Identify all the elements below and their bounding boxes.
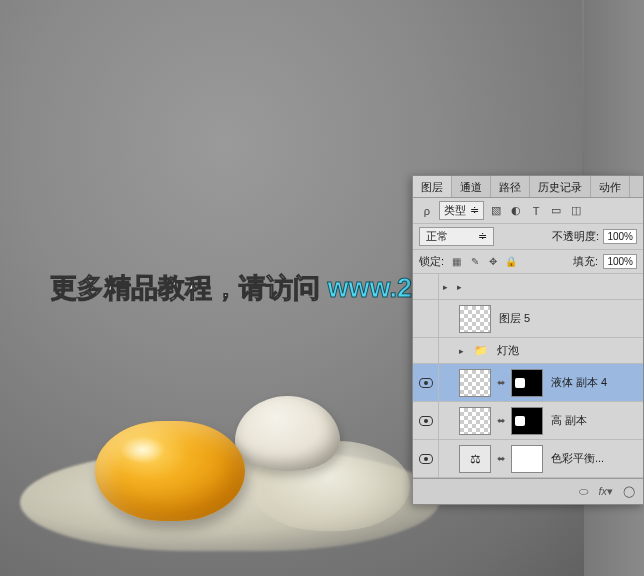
visibility-toggle[interactable] — [413, 364, 439, 401]
lock-label: 锁定: — [419, 254, 444, 269]
lock-row: 锁定: ▦ ✎ ✥ 🔒 填充: 100% — [413, 250, 643, 274]
filter-adjust-icon[interactable]: ◐ — [508, 203, 524, 219]
tab-actions[interactable]: 动作 — [591, 176, 630, 197]
layer-thumbnail[interactable] — [459, 407, 491, 435]
layer-name[interactable]: 高 副本 — [551, 413, 587, 428]
layer-name[interactable]: 液体 副本 4 — [551, 375, 607, 390]
mask-link-icon[interactable]: ⬌ — [495, 415, 507, 426]
blend-row: 正常 ≑ 不透明度: 100% — [413, 224, 643, 250]
layer-row-group-parent[interactable]: ▸ ▸ — [413, 274, 643, 300]
layer-name[interactable]: 色彩平衡... — [551, 451, 604, 466]
filter-type-select[interactable]: 类型 ≑ — [439, 201, 484, 220]
filter-smart-icon[interactable]: ◫ — [568, 203, 584, 219]
blend-mode-value: 正常 — [426, 229, 448, 244]
fill-label: 填充: — [573, 254, 598, 269]
filter-type-icon[interactable]: T — [528, 203, 544, 219]
visibility-toggle[interactable] — [413, 338, 439, 363]
visibility-toggle[interactable] — [413, 300, 439, 337]
layer-list: ▸ ▸ 图层 5 ▸ 📁 灯泡 — [413, 274, 643, 478]
mask-link-icon[interactable]: ⬌ — [495, 453, 507, 464]
eye-icon — [419, 454, 433, 464]
lock-position-icon[interactable]: ✥ — [485, 254, 500, 269]
fx-icon[interactable]: fx▾ — [598, 485, 613, 498]
filter-row: ρ 类型 ≑ ▧ ◐ T ▭ ◫ — [413, 198, 643, 224]
search-icon: ρ — [419, 203, 435, 219]
layer-row-group[interactable]: ▸ 📁 灯泡 — [413, 338, 643, 364]
tab-layers[interactable]: 图层 — [413, 176, 452, 197]
chevron-down-icon: ≑ — [470, 204, 479, 217]
mask-link-icon[interactable]: ⬌ — [495, 377, 507, 388]
mask-thumbnail[interactable] — [511, 445, 543, 473]
layer-name[interactable]: 图层 5 — [499, 311, 530, 326]
layer-row-adjustment[interactable]: ⚖ ⬌ 色彩平衡... — [413, 440, 643, 478]
layer-thumbnail[interactable] — [459, 305, 491, 333]
eye-icon — [419, 416, 433, 426]
lock-paint-icon[interactable]: ✎ — [467, 254, 482, 269]
watermark-label: 更多精品教程，请访问 — [50, 273, 328, 303]
egg-illustration — [20, 381, 440, 561]
egg-shell — [235, 396, 340, 471]
twisty-icon[interactable]: ▸ — [443, 282, 453, 292]
layer-row[interactable]: ⬌ 高 副本 — [413, 402, 643, 440]
lock-icons: ▦ ✎ ✥ 🔒 — [449, 254, 518, 269]
filter-shape-icon[interactable]: ▭ — [548, 203, 564, 219]
opacity-label: 不透明度: — [552, 229, 599, 244]
twisty-icon[interactable]: ▸ — [457, 282, 467, 292]
egg-yolk — [95, 421, 245, 521]
filter-pixel-icon[interactable]: ▧ — [488, 203, 504, 219]
eye-icon — [419, 378, 433, 388]
add-mask-icon[interactable]: ◯ — [623, 485, 635, 498]
tab-history[interactable]: 历史记录 — [530, 176, 591, 197]
mask-thumbnail[interactable] — [511, 369, 543, 397]
link-layers-icon[interactable]: ⬭ — [579, 485, 588, 498]
panel-bottom-toolbar: ⬭ fx▾ ◯ — [413, 478, 643, 504]
layer-row[interactable]: 图层 5 — [413, 300, 643, 338]
folder-icon: 📁 — [473, 343, 489, 359]
filter-label: 类型 — [444, 203, 466, 218]
adjustment-thumbnail[interactable]: ⚖ — [459, 445, 491, 473]
layers-panel: 图层 通道 路径 历史记录 动作 ρ 类型 ≑ ▧ ◐ T ▭ ◫ 正常 ≑ 不… — [412, 175, 644, 505]
blend-mode-select[interactable]: 正常 ≑ — [419, 227, 494, 246]
fill-input[interactable]: 100% — [603, 254, 637, 269]
opacity-input[interactable]: 100% — [603, 229, 637, 244]
panel-tabs: 图层 通道 路径 历史记录 动作 — [413, 176, 643, 198]
lock-transparent-icon[interactable]: ▦ — [449, 254, 464, 269]
visibility-toggle[interactable] — [413, 402, 439, 439]
tab-paths[interactable]: 路径 — [491, 176, 530, 197]
chevron-down-icon: ≑ — [478, 230, 487, 243]
mask-thumbnail[interactable] — [511, 407, 543, 435]
layer-name[interactable]: 灯泡 — [497, 343, 519, 358]
lock-all-icon[interactable]: 🔒 — [503, 254, 518, 269]
layer-thumbnail[interactable] — [459, 369, 491, 397]
tab-channels[interactable]: 通道 — [452, 176, 491, 197]
layer-row-selected[interactable]: ⬌ 液体 副本 4 — [413, 364, 643, 402]
visibility-toggle[interactable] — [413, 274, 439, 299]
twisty-icon[interactable]: ▸ — [459, 346, 469, 356]
visibility-toggle[interactable] — [413, 440, 439, 477]
